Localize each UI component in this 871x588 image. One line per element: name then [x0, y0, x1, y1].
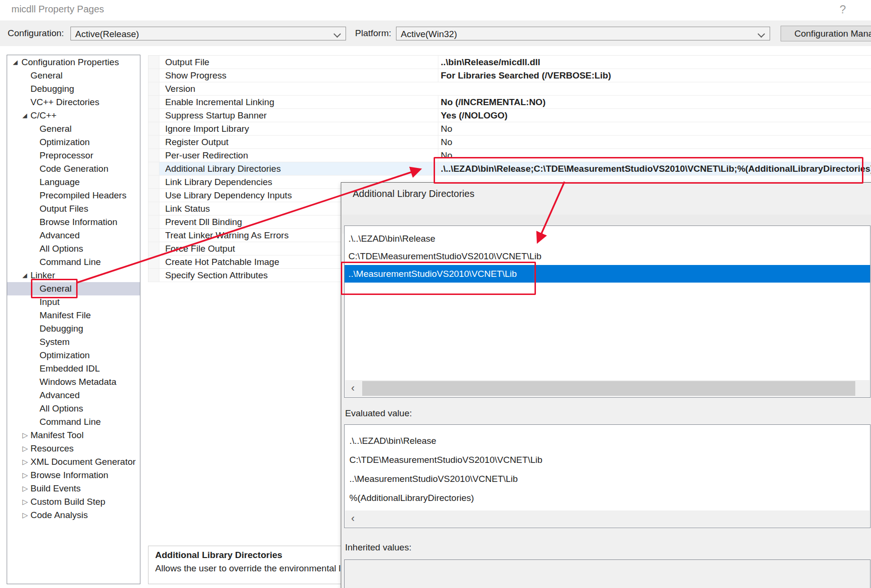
- tree-item-label: Manifest File: [40, 309, 91, 322]
- property-row-per-user-redirection[interactable]: Per-user RedirectionNo: [148, 149, 871, 162]
- tree-item-general[interactable]: General: [7, 282, 140, 295]
- property-value[interactable]: No: [438, 149, 871, 162]
- evaluated-value-box[interactable]: .\..\EZAD\bin\ReleaseC:\TDE\MeasurementS…: [344, 424, 871, 528]
- tree-item-label: Embedded IDL: [40, 362, 100, 375]
- tree-item-label: Output Files: [40, 202, 88, 216]
- configuration-manager-button[interactable]: Configuration Manage: [781, 26, 871, 41]
- tree-item-manifest-file[interactable]: Manifest File: [7, 309, 140, 322]
- row-margin-strip: [148, 255, 159, 268]
- scroll-left-icon[interactable]: ‹: [345, 380, 361, 397]
- tree-item-label: Preprocessor: [40, 149, 93, 162]
- tree-item-resources[interactable]: ▷Resources: [7, 442, 140, 455]
- evaluated-horizontal-scrollbar[interactable]: ‹: [345, 510, 870, 527]
- property-row-enable-incremental-linking[interactable]: Enable Incremental LinkingNo (/INCREMENT…: [148, 96, 871, 109]
- tree-item-label: C/C++: [30, 109, 57, 122]
- directory-list-item-selected[interactable]: ..\MeasurementStudioVS2010\VCNET\Lib: [345, 265, 870, 283]
- collapsed-arrow-icon[interactable]: ▷: [22, 495, 28, 509]
- collapsed-arrow-icon[interactable]: ▷: [22, 442, 28, 455]
- inherited-values-box[interactable]: [344, 559, 871, 588]
- tree-item-custom-build-step[interactable]: ▷Custom Build Step: [7, 495, 140, 509]
- tree-item-general[interactable]: General: [7, 69, 140, 82]
- scroll-left-icon[interactable]: ‹: [345, 510, 361, 527]
- property-row-output-file[interactable]: Output File..\bin\Release/micdll.dll: [148, 56, 871, 69]
- tree-item-debugging[interactable]: Debugging: [7, 82, 140, 96]
- row-margin-strip: [148, 189, 159, 202]
- tree-item-embedded-idl[interactable]: Embedded IDL: [7, 362, 140, 375]
- property-value[interactable]: For Libraries Searched (/VERBOSE:Lib): [438, 69, 871, 82]
- tree-item-debugging[interactable]: Debugging: [7, 322, 140, 335]
- property-pages-window: micdll Property Pages ? Configuration: A…: [0, 0, 871, 588]
- tree-item-build-events[interactable]: ▷Build Events: [7, 482, 140, 495]
- tree-item-all-options[interactable]: All Options: [7, 402, 140, 415]
- tree-item-browse-information[interactable]: Browse Information: [7, 216, 140, 229]
- tree-item-advanced[interactable]: Advanced: [7, 229, 140, 242]
- property-label: Register Output: [165, 136, 432, 148]
- tree-item-language[interactable]: Language: [7, 176, 140, 189]
- tree-item-system[interactable]: System: [7, 335, 140, 349]
- tree-item-preprocessor[interactable]: Preprocessor: [7, 149, 140, 162]
- collapsed-arrow-icon[interactable]: ▷: [22, 429, 28, 442]
- property-value[interactable]: Yes (/NOLOGO): [438, 109, 871, 122]
- platform-label: Platform:: [355, 28, 391, 39]
- tree-item-code-generation[interactable]: Code Generation: [7, 162, 140, 176]
- property-label: Ignore Import Library: [165, 122, 432, 135]
- tree-item-code-analysis[interactable]: ▷Code Analysis: [7, 509, 140, 522]
- tree-item-manifest-tool[interactable]: ▷Manifest Tool: [7, 429, 140, 442]
- property-row-version[interactable]: Version: [148, 82, 871, 96]
- tree-item-command-line[interactable]: Command Line: [7, 415, 140, 429]
- property-value[interactable]: No (/INCREMENTAL:NO): [438, 96, 871, 108]
- row-margin-strip: [148, 136, 159, 148]
- property-label: Output File: [165, 56, 432, 69]
- property-value[interactable]: No: [438, 122, 871, 135]
- directory-list-item[interactable]: .\..\EZAD\bin\Release: [345, 230, 870, 247]
- tree-item-optimization[interactable]: Optimization: [7, 136, 140, 149]
- expanded-arrow-icon[interactable]: ◢: [22, 269, 27, 282]
- row-margin-strip: [148, 96, 159, 108]
- tree-item-output-files[interactable]: Output Files: [7, 202, 140, 216]
- evaluated-value-line: %(AdditionalLibraryDirectories): [345, 489, 870, 508]
- property-row-register-output[interactable]: Register OutputNo: [148, 136, 871, 149]
- tree-item-c-c-[interactable]: ◢C/C++: [7, 109, 140, 122]
- property-row-additional-library-directories[interactable]: Additional Library Directories.\..\EZAD\…: [148, 162, 871, 176]
- tree-item-label: Command Line: [40, 415, 101, 429]
- property-value[interactable]: No: [438, 136, 871, 148]
- property-value[interactable]: .\..\EZAD\bin\Release;C:\TDE\Measurement…: [438, 162, 871, 175]
- tree-item-precompiled-headers[interactable]: Precompiled Headers: [7, 189, 140, 202]
- tree-item-all-options[interactable]: All Options: [7, 242, 140, 255]
- tree-item-configuration-properties[interactable]: ◢Configuration Properties: [7, 56, 140, 69]
- property-label: Per-user Redirection: [165, 149, 432, 162]
- directories-listbox[interactable]: .\..\EZAD\bin\ReleaseC:\TDE\MeasurementS…: [344, 225, 871, 398]
- tree-item-browse-information[interactable]: ▷Browse Information: [7, 469, 140, 482]
- property-label: Version: [165, 82, 432, 95]
- tree-item-label: General: [40, 282, 72, 295]
- property-row-ignore-import-library[interactable]: Ignore Import LibraryNo: [148, 122, 871, 136]
- tree-item-vc-directories[interactable]: VC++ Directories: [7, 96, 140, 109]
- tree-item-windows-metadata[interactable]: Windows Metadata: [7, 375, 140, 389]
- property-row-suppress-startup-banner[interactable]: Suppress Startup BannerYes (/NOLOGO): [148, 109, 871, 122]
- collapsed-arrow-icon[interactable]: ▷: [22, 482, 28, 495]
- collapsed-arrow-icon[interactable]: ▷: [22, 509, 28, 522]
- tree-item-general[interactable]: General: [7, 122, 140, 136]
- expanded-arrow-icon[interactable]: ◢: [22, 109, 27, 122]
- tree-item-xml-document-generator[interactable]: ▷XML Document Generator: [7, 455, 140, 469]
- expanded-arrow-icon[interactable]: ◢: [13, 56, 18, 69]
- tree-item-advanced[interactable]: Advanced: [7, 389, 140, 402]
- property-label: Show Progress: [165, 69, 432, 82]
- configuration-dropdown[interactable]: Active(Release): [70, 27, 346, 40]
- collapsed-arrow-icon[interactable]: ▷: [22, 455, 28, 469]
- tree-item-linker[interactable]: ◢Linker: [7, 269, 140, 282]
- tree-item-input[interactable]: Input: [7, 295, 140, 309]
- tree-item-command-line[interactable]: Command Line: [7, 255, 140, 269]
- tree-item-label: Code Generation: [40, 162, 109, 176]
- platform-dropdown[interactable]: Active(Win32): [396, 27, 770, 40]
- directory-list-item[interactable]: C:\TDE\MeasurementStudioVS2010\VCNET\Lib: [345, 247, 870, 265]
- scrollbar-thumb[interactable]: [362, 381, 855, 396]
- property-row-show-progress[interactable]: Show ProgressFor Libraries Searched (/VE…: [148, 69, 871, 82]
- tree-item-label: Linker: [30, 269, 55, 282]
- listbox-horizontal-scrollbar[interactable]: ‹: [345, 380, 870, 397]
- collapsed-arrow-icon[interactable]: ▷: [22, 469, 28, 482]
- property-value[interactable]: ..\bin\Release/micdll.dll: [438, 56, 871, 69]
- configuration-label: Configuration:: [8, 28, 64, 39]
- help-icon[interactable]: ?: [840, 3, 846, 16]
- tree-item-optimization[interactable]: Optimization: [7, 349, 140, 362]
